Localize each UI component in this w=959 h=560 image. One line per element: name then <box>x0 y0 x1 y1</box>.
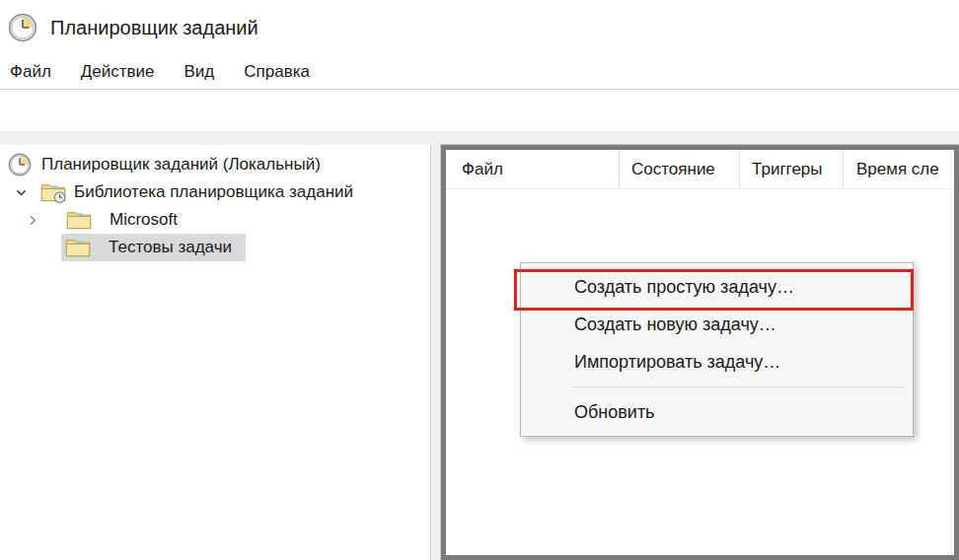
tree-item-label: Microsoft <box>110 210 178 230</box>
tree-selection: Тестовы задачи <box>61 234 246 261</box>
menu-item-import-task[interactable]: Импортировать задачу… <box>521 343 913 381</box>
menu-separator <box>572 386 903 387</box>
menu-item-create-basic-task[interactable]: Создать простую задачу… <box>521 268 913 306</box>
menu-item-create-task[interactable]: Создать новую задачу… <box>521 306 913 343</box>
column-header-next-run-time[interactable]: Время сле <box>844 150 954 188</box>
pane-splitter[interactable] <box>432 145 441 560</box>
tree-item-task-library[interactable]: Библиотека планировщика заданий <box>0 178 430 206</box>
chevron-down-icon[interactable] <box>14 185 29 200</box>
titlebar: Планировщик заданий <box>0 0 959 55</box>
menu-view[interactable]: Вид <box>183 60 217 84</box>
column-header-state[interactable]: Состояние <box>620 150 740 188</box>
tree-item-microsoft[interactable]: Microsoft <box>0 206 430 234</box>
clock-icon <box>8 13 37 42</box>
menubar: Файл Действие Вид Справка <box>0 55 959 89</box>
folder-clock-icon <box>40 180 66 204</box>
console-tree-pane: Планировщик заданий (Локальный) Библиоте… <box>0 145 431 560</box>
column-header-triggers[interactable]: Триггеры <box>740 150 844 188</box>
menu-action[interactable]: Действие <box>79 60 157 84</box>
tree-item-scheduler-root[interactable]: Планировщик заданий (Локальный) <box>0 151 430 178</box>
clock-icon <box>8 153 34 176</box>
column-header-file[interactable]: Файл <box>446 150 620 188</box>
folder-icon <box>65 236 91 259</box>
tree-item-test-tasks[interactable]: Тестовы задачи <box>0 234 430 261</box>
menu-help[interactable]: Справка <box>242 60 312 84</box>
menu-item-refresh[interactable]: Обновить <box>521 393 913 431</box>
tree-item-label: Тестовы задачи <box>109 238 232 257</box>
task-list-header: Файл Состояние Триггеры Время сле <box>446 150 954 189</box>
app-window: Планировщик заданий Файл Действие Вид Сп… <box>0 0 959 560</box>
toolbar: ? <box>0 90 959 131</box>
folder-icon <box>66 208 92 232</box>
menu-file[interactable]: Файл <box>8 60 53 84</box>
window-title: Планировщик заданий <box>50 17 258 39</box>
chevron-right-icon[interactable] <box>26 213 40 228</box>
tree-item-label: Планировщик заданий (Локальный) <box>41 155 321 175</box>
context-menu: Создать простую задачу… Создать новую за… <box>520 262 914 437</box>
tree-item-label: Библиотека планировщика заданий <box>74 182 353 202</box>
